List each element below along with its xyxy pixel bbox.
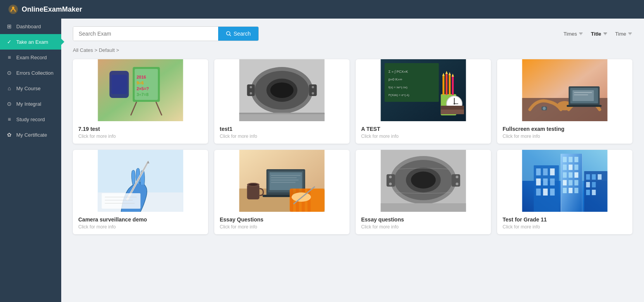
svg-rect-116	[575, 180, 579, 185]
svg-rect-117	[563, 188, 567, 193]
card-grade11-title: Test for Grade 11	[503, 216, 627, 223]
card-719test[interactable]: 2016 9÷6 2×5=? 3÷7=8 7.19 test Click for…	[73, 59, 208, 144]
svg-rect-124	[536, 178, 541, 185]
svg-rect-112	[569, 172, 573, 178]
card-test1-body: test1 Click for more info	[214, 121, 350, 144]
card-grade11[interactable]: Test for Grade 11 Click for more info	[497, 150, 632, 234]
search-bar: Search	[73, 26, 259, 41]
svg-rect-119	[575, 188, 579, 193]
svg-rect-129	[550, 189, 555, 196]
svg-rect-118	[569, 188, 573, 193]
sidebar-item-study-record[interactable]: ≡ Study record	[0, 112, 61, 127]
sidebar: ⊞ Dashboard ✓ Take an Exam ≡ Exam Record…	[0, 19, 61, 302]
svg-point-98	[456, 183, 458, 185]
topbar: OnlineExamMaker	[0, 0, 644, 19]
search-input[interactable]	[73, 27, 218, 41]
logo-icon	[8, 4, 19, 15]
sidebar-item-take-exam[interactable]: ✓ Take an Exam	[0, 34, 61, 50]
breadcrumb-default[interactable]: Default	[99, 47, 115, 53]
sidebar-item-exam-record[interactable]: ≡ Exam Record	[0, 50, 61, 65]
card-719test-image: 2016 9÷6 2×5=? 3÷7=8	[73, 59, 208, 121]
card-test1[interactable]: test1 Click for more info	[214, 59, 350, 144]
svg-rect-107	[575, 157, 579, 162]
svg-rect-131	[586, 174, 590, 180]
svg-point-23	[312, 92, 314, 94]
card-essayq-subtitle: Click for more info	[220, 224, 344, 230]
svg-rect-121	[536, 168, 541, 175]
content-area: Search Times Title Time	[61, 19, 644, 302]
svg-rect-75	[270, 172, 302, 190]
svg-rect-6	[112, 75, 127, 94]
my-integral-icon: ⊙	[6, 101, 12, 107]
svg-text:Σ = ∫ PCX=K: Σ = ∫ PCX=K	[389, 70, 408, 74]
sort-title[interactable]: Title	[591, 31, 608, 37]
svg-point-82	[249, 184, 258, 186]
svg-text:2016: 2016	[137, 75, 146, 79]
card-test1-title: test1	[220, 126, 344, 132]
main-layout: ⊞ Dashboard ✓ Take an Exam ≡ Exam Record…	[0, 19, 644, 302]
sidebar-item-my-integral[interactable]: ⊙ My Integral	[0, 96, 61, 112]
svg-rect-122	[543, 168, 548, 175]
svg-point-22	[312, 86, 314, 88]
card-essayq-body: Essay Questions Click for more info	[214, 212, 350, 234]
sort-times[interactable]: Times	[563, 31, 583, 37]
svg-rect-27	[239, 113, 325, 114]
svg-rect-106	[569, 157, 573, 162]
card-719test-title: 7.19 test	[78, 126, 203, 132]
svg-line-3	[229, 35, 231, 36]
svg-rect-115	[569, 180, 573, 185]
svg-rect-132	[592, 174, 596, 180]
logo[interactable]: OnlineExamMaker	[8, 4, 82, 15]
card-camera[interactable]: Camera surveillance demo Click for more …	[73, 150, 208, 234]
sidebar-item-dashboard[interactable]: ⊞ Dashboard	[0, 19, 61, 34]
svg-point-95	[389, 176, 392, 178]
card-test1-subtitle: Click for more info	[220, 134, 344, 139]
sidebar-item-my-certificate[interactable]: ✿ My Certificate	[0, 127, 61, 142]
card-719test-body: 7.19 test Click for more info	[73, 121, 208, 144]
card-fullscreen-body: Fullscreen exam testing Click for more i…	[497, 121, 632, 144]
svg-rect-109	[569, 165, 573, 170]
card-atest-image: Σ = ∫ PCX=K p=0 K=∞ f(x) = λe^(-λx) P(X≥…	[356, 59, 491, 121]
card-atest-subtitle: Click for more info	[361, 134, 486, 139]
card-essayq2-title: Essay questions	[361, 216, 486, 223]
card-essayq2-subtitle: Click for more info	[361, 224, 486, 230]
search-icon	[226, 31, 231, 36]
sort-time[interactable]: Time	[615, 31, 632, 37]
svg-rect-26	[239, 113, 325, 121]
my-course-icon: ⌂	[6, 85, 12, 91]
svg-rect-55	[573, 90, 594, 101]
sidebar-item-errors-collection[interactable]: ⊙ Errors Collection	[0, 65, 61, 81]
card-test1-image	[214, 59, 350, 121]
card-atest-title: A TEST	[361, 126, 486, 132]
svg-rect-128	[543, 189, 548, 196]
search-area: Search Times Title Time	[73, 26, 632, 41]
sort-times-icon	[579, 31, 583, 36]
breadcrumb-allcates[interactable]: All Cates	[73, 47, 93, 53]
search-button[interactable]: Search	[218, 27, 258, 41]
card-fullscreen-subtitle: Click for more info	[503, 134, 627, 139]
card-essayq[interactable]: Essay Questions Click for more info	[214, 150, 350, 234]
card-fullscreen[interactable]: Fullscreen exam testing Click for more i…	[497, 59, 632, 144]
svg-rect-105	[563, 157, 567, 162]
svg-point-25	[270, 82, 294, 98]
svg-point-100	[411, 172, 436, 189]
svg-rect-66	[102, 193, 141, 209]
svg-rect-135	[592, 182, 596, 187]
card-essayq2[interactable]: Essay questions Click for more info	[356, 150, 491, 234]
svg-rect-48	[441, 106, 464, 110]
svg-rect-137	[592, 190, 596, 195]
svg-rect-108	[563, 165, 567, 170]
card-atest[interactable]: Σ = ∫ PCX=K p=0 K=∞ f(x) = λe^(-λx) P(X≥…	[356, 59, 491, 144]
svg-text:f(x) = λe^(-λx): f(x) = λe^(-λx)	[389, 86, 408, 89]
breadcrumb: All Cates > Default >	[73, 47, 632, 53]
svg-point-20	[250, 86, 252, 88]
svg-text:9÷6: 9÷6	[137, 81, 144, 85]
svg-rect-134	[586, 182, 590, 187]
svg-rect-113	[575, 172, 579, 178]
card-camera-body: Camera surveillance demo Click for more …	[73, 212, 208, 234]
card-camera-subtitle: Click for more info	[78, 224, 203, 230]
svg-rect-125	[543, 178, 548, 185]
card-atest-body: A TEST Click for more info	[356, 121, 491, 144]
svg-rect-114	[563, 180, 567, 185]
sidebar-item-my-course[interactable]: ⌂ My Course	[0, 81, 61, 96]
